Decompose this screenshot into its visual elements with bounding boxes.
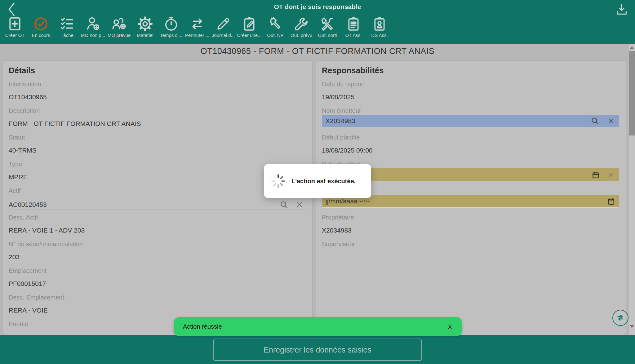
window-title: OT dont je suis responsable (0, 3, 635, 11)
field-row-description: Description FORM - OT FICTIF FORMATION C… (9, 108, 308, 134)
toolbar-item-out-sorti[interactable]: Out. sorti (314, 16, 340, 43)
field-value: X2034983 (322, 227, 621, 234)
people-add-icon (111, 16, 127, 32)
gear-icon (137, 16, 153, 32)
field-label: Début planifié (322, 134, 621, 141)
input-placeholder: jj/mm/aaaa --:-- (326, 198, 607, 205)
responsibilities-panel: Responsabilités Date du rapport 19/08/20… (316, 61, 626, 335)
field-row-proprietaire: Propriétaire X2034983 (322, 214, 621, 241)
field-label: Nom émetteur (322, 108, 621, 114)
field-row-nom-emetteur: Nom émetteur X2034983 (322, 108, 621, 134)
search-icon[interactable] (590, 116, 600, 126)
clipboard-person-icon (371, 16, 388, 32)
details-rows: Intervention OT10430965 Description FORM… (3, 81, 312, 335)
toolbar-item-tache[interactable]: Tâche (54, 16, 80, 43)
input-value: X2034983 (326, 117, 590, 125)
field-label: Desc. Emplacement (9, 294, 308, 301)
hammer-icon (267, 16, 284, 32)
stopwatch-icon (163, 16, 180, 32)
field-value: AC00120453 (9, 201, 279, 208)
vertical-scrollbar[interactable] (629, 44, 635, 335)
swap-floating-button[interactable] (612, 310, 628, 326)
field-label: Date du rapport (322, 81, 621, 87)
toolbar-item-out-np[interactable]: Out. NP (262, 16, 288, 43)
modal-message: L'action est exécutée. (291, 178, 356, 185)
toolbar-item-journal[interactable]: Journal d... (210, 16, 236, 43)
footer-bar: Enregistrer les données saisies (0, 335, 635, 364)
create-ot-icon (7, 16, 23, 32)
toolbar-item-mo-non-prevue[interactable]: MO non p... (80, 16, 106, 43)
field-label: Intervention (9, 81, 308, 87)
clipboard-lines-icon (345, 16, 362, 32)
field-label: Propriétaire (322, 214, 621, 221)
toolbar-item-creer-une[interactable]: Créer une... (236, 16, 262, 43)
actif-lookup-field[interactable]: AC00120453 (9, 199, 305, 210)
details-panel: Détails Intervention OT10430965 Descript… (3, 61, 312, 335)
field-row-emplacement: Emplacement PF00015017 (9, 268, 308, 294)
toolbar-item-ot-ass[interactable]: OT Ass. (340, 16, 366, 43)
field-row-superviseur: Superviseur (322, 241, 621, 268)
app-header: OT dont je suis responsable Créer OT En … (0, 0, 635, 44)
toolbar: Créer OT En cours Tâche MO non p... MO p… (2, 16, 393, 43)
swap-arrows-icon (616, 313, 625, 322)
details-panel-title: Détails (3, 61, 312, 74)
checklist-icon (59, 16, 75, 32)
download-button[interactable] (615, 2, 629, 17)
field-label: Type (9, 161, 308, 167)
field-row-date-rapport: Date du rapport 19/08/2025 (322, 81, 621, 108)
scrollbar-thumb[interactable] (629, 51, 635, 135)
toolbar-item-materiel[interactable]: Matériel (132, 16, 158, 43)
toolbar-item-out-prevu[interactable]: Out. prévu (288, 16, 314, 43)
field-value: MPRE (9, 174, 308, 180)
field-row-type: Type MPRE (9, 161, 308, 188)
pencil-icon (215, 16, 232, 32)
field-value: 19/08/2025 (322, 94, 621, 100)
scroll-up-icon[interactable] (630, 46, 634, 49)
calendar-icon[interactable] (592, 171, 600, 179)
check-circle-icon (33, 16, 49, 32)
field-label: Desc. Actif (9, 214, 308, 221)
field-label: Statut (9, 134, 308, 141)
save-button[interactable]: Enregistrer les données saisies (213, 339, 422, 361)
toolbar-item-creer-ot[interactable]: Créer OT (2, 16, 28, 43)
nom-emetteur-input[interactable]: X2034983 (322, 115, 619, 127)
swap-arrows-icon (189, 16, 206, 32)
field-label: Emplacement (9, 268, 308, 274)
toast-close-button[interactable]: X (448, 323, 462, 331)
clear-icon[interactable] (295, 201, 304, 209)
toolbar-item-en-cours[interactable]: En cours (28, 16, 54, 43)
field-label: Actif (9, 188, 308, 194)
app-root: OT dont je suis responsable Créer OT En … (0, 0, 635, 364)
success-toast: Action réussie X (174, 317, 462, 336)
field-label: N° de série/immatriculation (9, 241, 308, 247)
field-value: 40-TRMS (9, 147, 308, 154)
page-title: OT10430965 - FORM - OT FICTIF FORMATION … (0, 47, 635, 56)
wrench-icon (293, 16, 310, 32)
toolbar-item-mo-prevue[interactable]: MO prévue (106, 16, 132, 43)
field-label: Description (9, 108, 308, 114)
toolbar-item-permuter[interactable]: Permuter ... (184, 16, 210, 43)
field-value: OT10430965 (9, 94, 308, 100)
toolbar-item-temps[interactable]: Temps d'... (158, 16, 184, 43)
loading-modal: L'action est exécutée. (264, 164, 371, 198)
field-row-actif: Actif AC00120453 (9, 188, 308, 214)
clear-icon[interactable] (607, 117, 615, 125)
field-label: Superviseur (322, 241, 621, 247)
scroll-down-icon[interactable] (630, 325, 634, 328)
loading-spinner-icon (271, 174, 285, 188)
field-value: RERA - VOIE 1 - ADV 203 (9, 227, 308, 234)
toast-message: Action réussie (174, 323, 448, 330)
field-value: PF00015017 (9, 280, 308, 287)
tools-crossed-icon (319, 16, 336, 32)
person-add-icon (85, 16, 101, 32)
toolbar-item-ds-ass[interactable]: DS Ass. (366, 16, 393, 43)
calendar-icon[interactable] (607, 197, 615, 205)
field-value: 18/08/2025 09:00 (322, 147, 621, 154)
field-row-statut: Statut 40-TRMS (9, 134, 308, 161)
search-icon[interactable] (279, 200, 289, 209)
clipboard-pencil-icon (241, 16, 258, 32)
field-row-desc-actif: Desc. Actif RERA - VOIE 1 - ADV 203 (9, 214, 308, 241)
field-value: 203 (9, 254, 308, 260)
clear-icon[interactable] (607, 171, 615, 179)
field-row-intervention: Intervention OT10430965 (9, 81, 308, 108)
